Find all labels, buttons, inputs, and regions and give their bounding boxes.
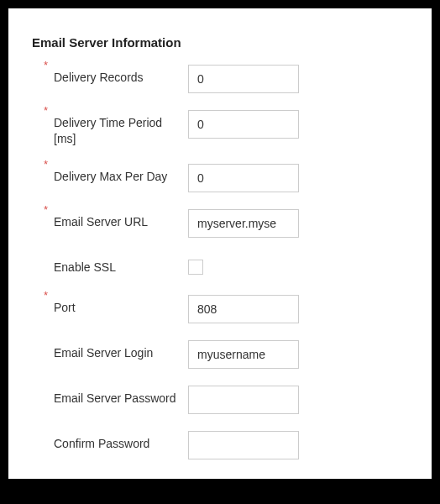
section-title: Email Server Information: [32, 35, 408, 50]
input-port[interactable]: [188, 295, 299, 323]
row-delivery-time-period: * Delivery Time Period [ms]: [54, 110, 408, 147]
row-delivery-records: * Delivery Records: [54, 65, 408, 93]
required-indicator: *: [44, 204, 48, 215]
label-email-server-password: Email Server Password: [54, 386, 188, 407]
input-email-server-url[interactable]: [188, 209, 299, 238]
required-indicator: *: [44, 159, 48, 170]
row-email-server-login: Email Server Login: [54, 340, 408, 369]
required-indicator: *: [44, 105, 48, 116]
row-confirm-password: Confirm Password: [54, 431, 408, 459]
label-email-server-login: Email Server Login: [54, 340, 188, 361]
input-delivery-time-period[interactable]: [188, 110, 299, 139]
row-port: * Port: [54, 295, 408, 323]
required-indicator: *: [44, 290, 48, 301]
label-email-server-url: Email Server URL: [54, 209, 188, 230]
input-confirm-password[interactable]: [188, 431, 299, 459]
label-confirm-password: Confirm Password: [54, 431, 188, 452]
form-area: * Delivery Records * Delivery Time Perio…: [32, 65, 408, 459]
label-delivery-time-period: Delivery Time Period [ms]: [54, 110, 188, 147]
label-enable-ssl: Enable SSL: [54, 255, 188, 276]
label-delivery-records: Delivery Records: [54, 65, 188, 86]
email-server-panel: Email Server Information * Delivery Reco…: [8, 8, 432, 479]
row-email-server-password: Email Server Password: [54, 386, 408, 414]
input-delivery-max-per-day[interactable]: [188, 164, 299, 192]
label-port: Port: [54, 295, 188, 316]
row-email-server-url: * Email Server URL: [54, 209, 408, 238]
required-indicator: *: [44, 60, 48, 71]
input-email-server-login[interactable]: [188, 340, 299, 369]
label-delivery-max-per-day: Delivery Max Per Day: [54, 164, 188, 185]
input-email-server-password[interactable]: [188, 386, 299, 414]
row-delivery-max-per-day: * Delivery Max Per Day: [54, 164, 408, 192]
input-delivery-records[interactable]: [188, 65, 299, 93]
row-enable-ssl: Enable SSL: [54, 255, 408, 278]
checkbox-enable-ssl[interactable]: [188, 260, 203, 275]
